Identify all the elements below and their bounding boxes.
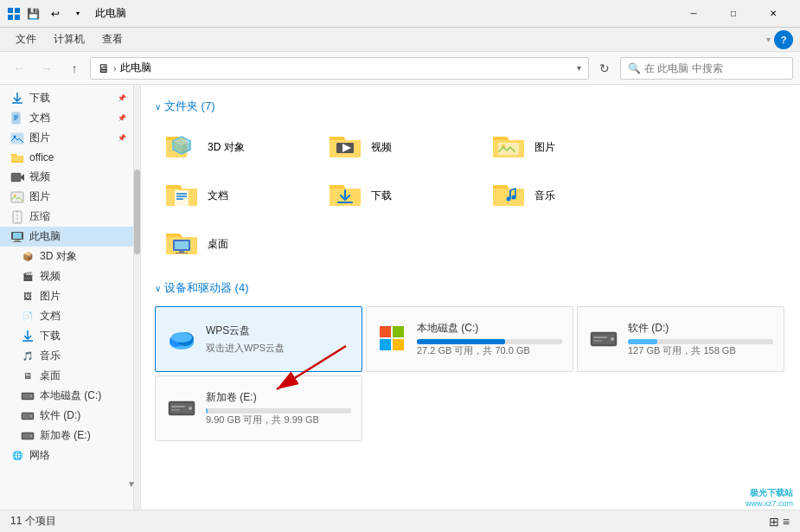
- sidebar-item-drived[interactable]: 软件 (D:): [0, 406, 133, 426]
- pin-icon: 📌: [118, 114, 126, 122]
- drive-e-icon: [21, 429, 35, 443]
- sidebar-item-thispc[interactable]: 此电脑: [0, 227, 133, 247]
- svg-rect-0: [8, 8, 13, 13]
- sidebar-item-3d[interactable]: 📦 3D 对象: [0, 247, 133, 266]
- sidebar-label: 图片: [40, 289, 61, 304]
- svg-point-40: [507, 197, 511, 202]
- drive-d-name: 软件 (D:): [628, 321, 773, 336]
- window-icon: [7, 7, 21, 21]
- svg-rect-11: [11, 192, 23, 202]
- sidebar-item-pictures[interactable]: 图片 📌: [0, 128, 133, 148]
- folder-video[interactable]: 视频: [318, 125, 478, 170]
- device-e[interactable]: 新加卷 (E:) 9.90 GB 可用，共 9.99 GB: [155, 375, 362, 441]
- sidebar-item-zip[interactable]: 压缩: [0, 207, 133, 227]
- folder-music[interactable]: 音乐: [482, 173, 642, 218]
- save-quick-btn[interactable]: 💾: [22, 3, 43, 24]
- menu-computer[interactable]: 计算机: [45, 29, 93, 50]
- folder-name: 桌面: [208, 237, 228, 252]
- sidebar-item-pic3[interactable]: 🖼 图片: [0, 286, 133, 306]
- help-button[interactable]: ?: [774, 30, 793, 49]
- pin-icon: 📌: [118, 134, 126, 142]
- svg-point-24: [30, 415, 32, 417]
- folder-name: 下载: [371, 189, 392, 203]
- sidebar-item-dl2[interactable]: 下载: [0, 326, 133, 346]
- refresh-button[interactable]: ↻: [592, 56, 617, 80]
- wps-name: WPS云盘: [206, 324, 351, 338]
- sidebar-label: 本地磁盘 (C:): [40, 388, 101, 403]
- sidebar-label: 桌面: [40, 369, 61, 383]
- picture2-icon: [10, 190, 24, 204]
- sidebar-label: 软件 (D:): [40, 408, 80, 423]
- folder-desktop[interactable]: 桌面: [155, 221, 315, 266]
- sidebar-item-music[interactable]: 🎵 音乐: [0, 346, 133, 366]
- item-count: 11 个项目: [10, 514, 56, 529]
- sidebar-item-office[interactable]: office: [0, 148, 133, 167]
- sidebar-item-doc2[interactable]: 📄 文档: [0, 306, 133, 326]
- svg-rect-36: [175, 190, 189, 206]
- search-bar[interactable]: 🔍: [620, 57, 793, 80]
- device-c[interactable]: 本地磁盘 (C:) 27.2 GB 可用，共 70.0 GB: [366, 306, 573, 372]
- sidebar: 下载 📌 文档 📌 图片 📌 offic: [0, 85, 134, 510]
- forward-button[interactable]: →: [35, 56, 59, 80]
- devices-section-header[interactable]: ∨ 设备和驱动器 (4): [155, 280, 786, 296]
- svg-rect-44: [179, 251, 184, 253]
- sidebar-item-downloads[interactable]: 下载 📌: [0, 88, 133, 108]
- folder-name: 3D 对象: [208, 140, 245, 155]
- sidebar-label: 音乐: [40, 349, 61, 363]
- back-button[interactable]: ←: [7, 56, 31, 80]
- folder-documents[interactable]: 文档: [155, 173, 315, 218]
- sidebar-item-desktop[interactable]: 🖥 桌面: [0, 366, 133, 386]
- folder-pictures[interactable]: 图片: [482, 125, 642, 170]
- sidebar-label: 3D 对象: [40, 249, 77, 264]
- sidebar-item-network[interactable]: 🌐 网络: [0, 445, 133, 465]
- menu-file[interactable]: 文件: [7, 29, 45, 50]
- title-bar: 💾 ↩ ▾ 此电脑 ─ □ ✕: [0, 0, 800, 28]
- search-input[interactable]: [644, 62, 785, 74]
- maximize-button[interactable]: □: [714, 0, 753, 28]
- device-wps[interactable]: WPS云盘 双击进入WPS云盘: [155, 306, 362, 372]
- svg-rect-16: [13, 233, 22, 239]
- view-list-btn[interactable]: ≡: [783, 515, 790, 529]
- sidebar-item-drivee[interactable]: 新加卷 (E:): [0, 426, 133, 445]
- sidebar-item-documents[interactable]: 文档 📌: [0, 108, 133, 128]
- chevron-down-icon2: ∨: [155, 284, 161, 293]
- up-button[interactable]: ↑: [62, 56, 86, 80]
- svg-rect-45: [176, 253, 188, 253]
- sidebar-item-video[interactable]: 视频: [0, 167, 133, 187]
- svg-rect-62: [171, 406, 185, 407]
- svg-rect-52: [380, 339, 391, 350]
- menu-bar: 文件 计算机 查看 ▾ ?: [0, 28, 800, 52]
- quick-access-dropdown[interactable]: ▾: [67, 3, 88, 24]
- network-icon: 🌐: [10, 449, 24, 463]
- minimize-button[interactable]: ─: [674, 0, 714, 28]
- view-grid-btn[interactable]: ⊞: [769, 515, 779, 529]
- sidebar-scrollbar[interactable]: [134, 85, 141, 510]
- devices-section-label: 设备和驱动器 (4): [164, 280, 249, 296]
- sidebar-item-video2[interactable]: 🎬 视频: [0, 266, 133, 286]
- folder-3d[interactable]: 3D 对象: [155, 125, 315, 170]
- drive-e-icon2: [166, 393, 197, 424]
- folder-desktop-icon: [164, 227, 199, 261]
- svg-rect-57: [593, 337, 607, 338]
- svg-rect-3: [15, 15, 20, 20]
- address-text: 此电脑: [120, 61, 151, 75]
- computer-icon: [10, 230, 24, 244]
- folder-downloads[interactable]: 下载: [318, 173, 478, 218]
- address-bar[interactable]: 🖥 › 此电脑 ▾: [90, 57, 589, 80]
- sidebar-label: 下载: [40, 329, 61, 343]
- sidebar-label: office: [29, 151, 54, 163]
- sidebar-item-pic2[interactable]: 图片: [0, 187, 133, 207]
- picture3-icon: 🖼: [21, 290, 35, 304]
- undo-quick-btn[interactable]: ↩: [45, 3, 66, 24]
- folders-section-header[interactable]: ∨ 文件夹 (7): [155, 99, 786, 114]
- menu-view[interactable]: 查看: [93, 29, 131, 50]
- sidebar-scroll-down[interactable]: ▼: [127, 479, 136, 489]
- sidebar-label: 文档: [29, 111, 50, 125]
- drive-c-sub: 27.2 GB 可用，共 70.0 GB: [417, 344, 562, 357]
- device-d[interactable]: 软件 (D:) 127 GB 可用，共 158 GB: [577, 306, 784, 372]
- close-button[interactable]: ✕: [753, 0, 793, 28]
- svg-rect-63: [171, 409, 180, 411]
- svg-rect-8: [11, 133, 23, 144]
- svg-rect-10: [11, 173, 21, 182]
- sidebar-item-drivec[interactable]: 本地磁盘 (C:): [0, 386, 133, 406]
